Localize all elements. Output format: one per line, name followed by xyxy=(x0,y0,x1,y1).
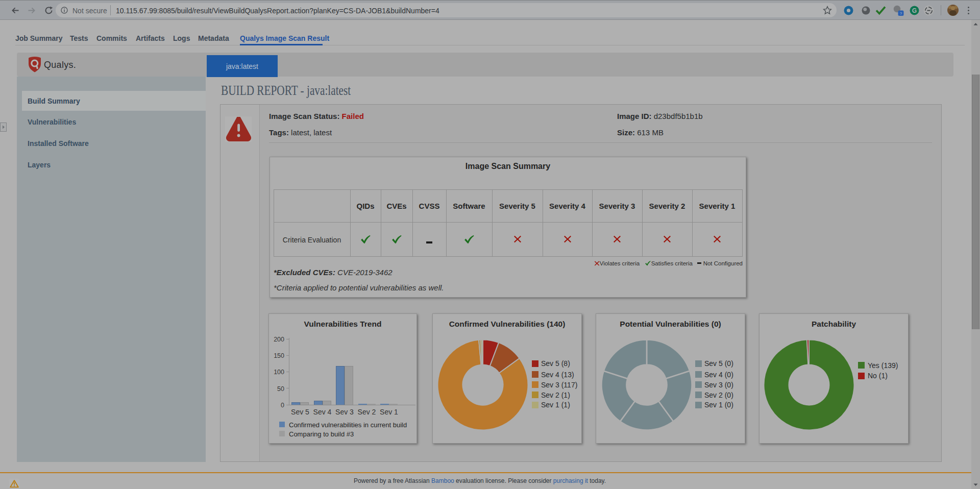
svg-text:G: G xyxy=(912,7,917,14)
svg-text:?: ? xyxy=(900,11,902,16)
